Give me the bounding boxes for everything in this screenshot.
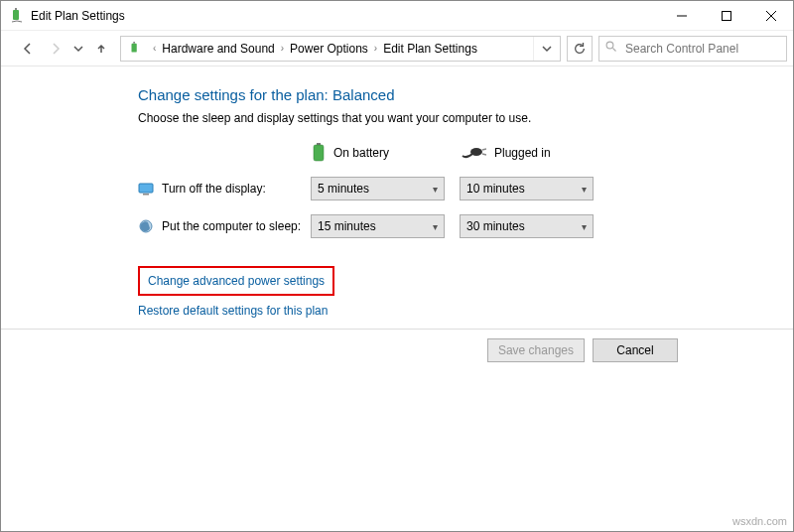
chevron-down-icon: ▾: [582, 221, 587, 232]
dropdown-value: 10 minutes: [466, 182, 525, 196]
chevron-right-icon: ›: [374, 43, 377, 54]
advanced-settings-link[interactable]: Change advanced power settings: [148, 274, 325, 288]
address-dropdown[interactable]: [533, 37, 560, 61]
dropdown-value: 15 minutes: [318, 219, 376, 233]
window-title: Edit Plan Settings: [31, 9, 125, 23]
main-content: Change settings for the plan: Balanced C…: [1, 66, 793, 318]
display-battery-dropdown[interactable]: 5 minutes ▾: [311, 177, 445, 200]
svg-rect-7: [133, 42, 135, 44]
page-heading: Change settings for the plan: Balanced: [138, 86, 793, 103]
svg-rect-0: [13, 10, 19, 20]
search-input[interactable]: [623, 41, 780, 57]
column-battery-label: On battery: [333, 146, 389, 160]
chevron-left-icon: ‹: [153, 43, 156, 54]
svg-line-15: [482, 154, 486, 155]
window-controls: [659, 1, 793, 30]
svg-point-8: [606, 42, 613, 49]
svg-rect-10: [317, 143, 321, 145]
chevron-down-icon: ▾: [433, 184, 438, 195]
highlight-box: Change advanced power settings: [138, 266, 334, 296]
svg-point-13: [470, 148, 482, 156]
search-icon: [605, 41, 617, 56]
battery-icon: [312, 143, 326, 163]
back-button[interactable]: [15, 36, 41, 62]
chevron-right-icon: ›: [281, 43, 284, 54]
search-box[interactable]: [598, 36, 787, 62]
power-app-icon: [9, 8, 25, 24]
page-description: Choose the sleep and display settings th…: [138, 111, 793, 125]
svg-rect-16: [139, 184, 153, 193]
svg-rect-6: [132, 43, 137, 52]
footer-bar: Save changes Cancel: [1, 329, 793, 370]
sleep-battery-dropdown[interactable]: 15 minutes ▾: [311, 214, 445, 238]
breadcrumb-item[interactable]: Hardware and Sound: [162, 42, 274, 56]
navigation-bar: ‹ Hardware and Sound › Power Options › E…: [1, 31, 793, 66]
svg-rect-11: [314, 145, 324, 161]
setting-row-display: Turn off the display: 5 minutes ▾ 10 min…: [138, 177, 793, 200]
chevron-down-icon: ▾: [582, 184, 587, 195]
display-plugged-dropdown[interactable]: 10 minutes ▾: [460, 177, 594, 200]
svg-line-9: [613, 49, 616, 52]
sleep-icon: [138, 218, 154, 234]
svg-rect-3: [722, 11, 730, 20]
up-button[interactable]: [88, 36, 114, 62]
save-button[interactable]: Save changes: [487, 338, 585, 362]
watermark: wsxdn.com: [732, 515, 787, 527]
forward-button[interactable]: [43, 36, 68, 62]
svg-rect-17: [143, 194, 149, 196]
address-bar[interactable]: ‹ Hardware and Sound › Power Options › E…: [120, 36, 561, 62]
setting-label: Turn off the display:: [162, 182, 311, 196]
links-section: Change advanced power settings Restore d…: [138, 266, 793, 318]
svg-rect-1: [15, 8, 17, 10]
svg-line-14: [482, 149, 486, 150]
maximize-button[interactable]: [704, 1, 748, 30]
close-button[interactable]: [748, 1, 793, 30]
chevron-down-icon: ▾: [433, 221, 438, 232]
breadcrumb-item[interactable]: Edit Plan Settings: [383, 42, 477, 56]
column-plugged-label: Plugged in: [494, 146, 551, 160]
minimize-button[interactable]: [659, 1, 704, 30]
display-icon: [138, 181, 154, 197]
breadcrumb-item[interactable]: Power Options: [290, 42, 368, 56]
sleep-plugged-dropdown[interactable]: 30 minutes ▾: [460, 214, 594, 238]
power-options-icon: [127, 41, 143, 57]
setting-label: Put the computer to sleep:: [162, 219, 311, 233]
plug-icon: [461, 146, 486, 160]
title-bar: Edit Plan Settings: [1, 1, 793, 31]
cancel-button[interactable]: Cancel: [593, 338, 678, 362]
recent-locations-button[interactable]: [70, 36, 86, 62]
dropdown-value: 5 minutes: [318, 182, 369, 196]
column-headers: On battery Plugged in: [138, 143, 793, 163]
refresh-button[interactable]: [567, 36, 593, 62]
restore-defaults-link[interactable]: Restore default settings for this plan: [138, 304, 328, 318]
setting-row-sleep: Put the computer to sleep: 15 minutes ▾ …: [138, 214, 793, 238]
dropdown-value: 30 minutes: [466, 219, 525, 233]
